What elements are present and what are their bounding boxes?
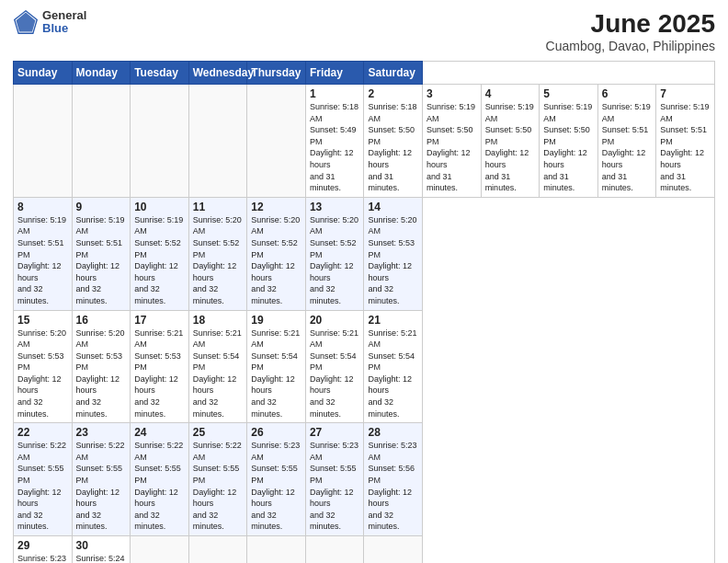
svg-marker-0 xyxy=(17,13,36,32)
calendar-cell: 21Sunrise: 5:21 AMSunset: 5:54 PMDayligh… xyxy=(364,310,423,423)
day-info: Sunrise: 5:23 AMSunset: 5:55 PMDaylight:… xyxy=(310,440,360,533)
day-number: 2 xyxy=(368,87,418,100)
calendar-cell: 5Sunrise: 5:19 AMSunset: 5:50 PMDaylight… xyxy=(540,85,598,198)
calendar-cell: 18Sunrise: 5:21 AMSunset: 5:54 PMDayligh… xyxy=(188,310,247,423)
calendar-cell: 9Sunrise: 5:19 AMSunset: 5:51 PMDaylight… xyxy=(72,197,131,310)
day-info: Sunrise: 5:20 AMSunset: 5:53 PMDaylight:… xyxy=(17,327,68,420)
day-info: Sunrise: 5:22 AMSunset: 5:55 PMDaylight:… xyxy=(17,440,68,533)
calendar-cell xyxy=(364,536,423,564)
day-info: Sunrise: 5:23 AMSunset: 5:55 PMDaylight:… xyxy=(251,440,301,533)
day-number: 14 xyxy=(368,201,418,213)
calendar-cell xyxy=(247,85,306,198)
day-number: 25 xyxy=(193,426,244,439)
calendar-cell: 12Sunrise: 5:20 AMSunset: 5:52 PMDayligh… xyxy=(247,197,306,310)
calendar-cell: 14Sunrise: 5:20 AMSunset: 5:53 PMDayligh… xyxy=(364,197,423,310)
day-info: Sunrise: 5:20 AMSunset: 5:52 PMDaylight:… xyxy=(310,214,360,307)
calendar-cell: 25Sunrise: 5:22 AMSunset: 5:55 PMDayligh… xyxy=(188,423,247,536)
calendar-cell: 15Sunrise: 5:20 AMSunset: 5:53 PMDayligh… xyxy=(14,310,73,423)
day-info: Sunrise: 5:23 AMSunset: 5:56 PMDaylight:… xyxy=(368,440,418,533)
day-info: Sunrise: 5:18 AMSunset: 5:49 PMDaylight:… xyxy=(310,101,360,194)
day-number: 11 xyxy=(193,201,244,213)
day-number: 23 xyxy=(76,426,127,439)
title-area: June 2025 Cuambog, Davao, Philippines xyxy=(546,9,715,53)
calendar-cell: 17Sunrise: 5:21 AMSunset: 5:53 PMDayligh… xyxy=(131,310,189,423)
calendar-cell: 19Sunrise: 5:21 AMSunset: 5:54 PMDayligh… xyxy=(247,310,306,423)
logo-line1: General xyxy=(42,9,86,22)
logo-text: General Blue xyxy=(42,9,86,36)
calendar-table: SundayMondayTuesdayWednesdayThursdayFrid… xyxy=(13,61,715,563)
calendar-week-row: 22Sunrise: 5:22 AMSunset: 5:55 PMDayligh… xyxy=(14,423,715,536)
calendar-cell xyxy=(14,85,73,198)
calendar-cell xyxy=(188,536,247,564)
day-number: 3 xyxy=(427,87,477,100)
day-info: Sunrise: 5:23 AMSunset: 5:56 PMDaylight:… xyxy=(17,553,68,563)
day-info: Sunrise: 5:21 AMSunset: 5:54 PMDaylight:… xyxy=(193,327,244,420)
day-info: Sunrise: 5:19 AMSunset: 5:50 PMDaylight:… xyxy=(427,101,477,194)
logo-line2: Blue xyxy=(42,22,86,35)
day-info: Sunrise: 5:21 AMSunset: 5:54 PMDaylight:… xyxy=(251,327,301,420)
day-info: Sunrise: 5:24 AMSunset: 5:56 PMDaylight:… xyxy=(76,553,127,563)
day-info: Sunrise: 5:21 AMSunset: 5:54 PMDaylight:… xyxy=(368,327,418,420)
page: General Blue June 2025 Cuambog, Davao, P… xyxy=(0,0,728,563)
calendar-cell: 29Sunrise: 5:23 AMSunset: 5:56 PMDayligh… xyxy=(14,536,73,564)
day-number: 6 xyxy=(602,87,653,100)
calendar-week-row: 29Sunrise: 5:23 AMSunset: 5:56 PMDayligh… xyxy=(14,536,715,564)
calendar-day-header: Monday xyxy=(72,62,131,85)
calendar-subtitle: Cuambog, Davao, Philippines xyxy=(546,39,715,53)
day-info: Sunrise: 5:20 AMSunset: 5:52 PMDaylight:… xyxy=(193,214,244,307)
day-number: 16 xyxy=(76,314,127,327)
calendar-week-row: 8Sunrise: 5:19 AMSunset: 5:51 PMDaylight… xyxy=(14,197,715,310)
day-number: 24 xyxy=(134,426,185,439)
calendar-cell: 22Sunrise: 5:22 AMSunset: 5:55 PMDayligh… xyxy=(14,423,73,536)
calendar-day-header: Thursday xyxy=(247,62,306,85)
day-info: Sunrise: 5:21 AMSunset: 5:53 PMDaylight:… xyxy=(134,327,185,420)
day-number: 17 xyxy=(134,314,185,327)
calendar-cell: 13Sunrise: 5:20 AMSunset: 5:52 PMDayligh… xyxy=(305,197,364,310)
day-number: 7 xyxy=(660,87,711,100)
day-info: Sunrise: 5:19 AMSunset: 5:51 PMDaylight:… xyxy=(76,214,127,307)
calendar-day-header: Saturday xyxy=(364,62,423,85)
calendar-cell: 4Sunrise: 5:19 AMSunset: 5:50 PMDaylight… xyxy=(481,85,540,198)
calendar-week-row: 1Sunrise: 5:18 AMSunset: 5:49 PMDaylight… xyxy=(14,85,715,198)
calendar-header-row: SundayMondayTuesdayWednesdayThursdayFrid… xyxy=(14,62,715,85)
calendar-cell: 8Sunrise: 5:19 AMSunset: 5:51 PMDaylight… xyxy=(14,197,73,310)
day-number: 20 xyxy=(310,314,360,327)
calendar-cell: 7Sunrise: 5:19 AMSunset: 5:51 PMDaylight… xyxy=(656,85,715,198)
day-number: 28 xyxy=(368,426,418,439)
day-number: 19 xyxy=(251,314,301,327)
day-number: 22 xyxy=(17,426,68,439)
day-info: Sunrise: 5:19 AMSunset: 5:50 PMDaylight:… xyxy=(485,101,536,194)
calendar-cell: 28Sunrise: 5:23 AMSunset: 5:56 PMDayligh… xyxy=(364,423,423,536)
day-info: Sunrise: 5:20 AMSunset: 5:52 PMDaylight:… xyxy=(251,214,301,307)
calendar-cell xyxy=(131,85,189,198)
calendar-cell: 3Sunrise: 5:19 AMSunset: 5:50 PMDaylight… xyxy=(423,85,482,198)
day-info: Sunrise: 5:19 AMSunset: 5:50 PMDaylight:… xyxy=(543,101,594,194)
day-number: 29 xyxy=(17,539,68,552)
day-info: Sunrise: 5:22 AMSunset: 5:55 PMDaylight:… xyxy=(76,440,127,533)
day-info: Sunrise: 5:20 AMSunset: 5:53 PMDaylight:… xyxy=(76,327,127,420)
calendar-day-header: Friday xyxy=(305,62,364,85)
calendar-day-header: Wednesday xyxy=(188,62,247,85)
day-number: 10 xyxy=(134,201,185,213)
calendar-cell: 23Sunrise: 5:22 AMSunset: 5:55 PMDayligh… xyxy=(72,423,131,536)
calendar-day-header: Sunday xyxy=(14,62,73,85)
day-number: 18 xyxy=(193,314,244,327)
calendar-title: June 2025 xyxy=(546,9,715,39)
day-number: 15 xyxy=(17,314,68,327)
calendar-cell: 30Sunrise: 5:24 AMSunset: 5:56 PMDayligh… xyxy=(72,536,131,564)
calendar-cell: 10Sunrise: 5:19 AMSunset: 5:52 PMDayligh… xyxy=(131,197,189,310)
day-info: Sunrise: 5:19 AMSunset: 5:51 PMDaylight:… xyxy=(602,101,653,194)
calendar-cell xyxy=(188,85,247,198)
day-number: 13 xyxy=(310,201,360,213)
day-info: Sunrise: 5:22 AMSunset: 5:55 PMDaylight:… xyxy=(134,440,185,533)
calendar-cell: 11Sunrise: 5:20 AMSunset: 5:52 PMDayligh… xyxy=(188,197,247,310)
day-info: Sunrise: 5:21 AMSunset: 5:54 PMDaylight:… xyxy=(310,327,360,420)
day-number: 21 xyxy=(368,314,418,327)
day-number: 27 xyxy=(310,426,360,439)
calendar-cell: 27Sunrise: 5:23 AMSunset: 5:55 PMDayligh… xyxy=(305,423,364,536)
calendar-cell xyxy=(247,536,306,564)
calendar-cell: 26Sunrise: 5:23 AMSunset: 5:55 PMDayligh… xyxy=(247,423,306,536)
calendar-cell xyxy=(305,536,364,564)
calendar-cell: 20Sunrise: 5:21 AMSunset: 5:54 PMDayligh… xyxy=(305,310,364,423)
calendar-cell: 2Sunrise: 5:18 AMSunset: 5:50 PMDaylight… xyxy=(364,85,423,198)
